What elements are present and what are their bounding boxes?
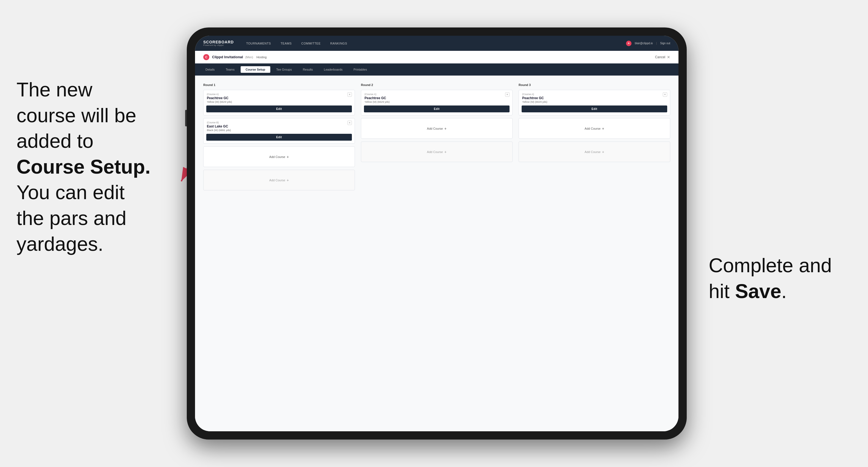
- round-3-add-course-2-text: Add Course +: [585, 150, 604, 154]
- round-2-column: Round 2 ✕ (Course A) Peachtree GC Yellow…: [361, 83, 513, 193]
- user-email: blair@clippd.io: [635, 42, 653, 45]
- round-1-course-a-header: ✕ (Course A) Peachtree GC Yellow (M) (66…: [204, 90, 354, 105]
- sign-out-link[interactable]: Sign out: [660, 42, 670, 45]
- nav-link-committee[interactable]: COMMITTEE: [301, 42, 321, 45]
- round-1-add-course[interactable]: Add Course +: [203, 147, 355, 167]
- round-1-label: Round 1: [203, 83, 355, 87]
- logo-text: SCOREBOARD: [203, 40, 234, 44]
- round-2-add-course-2-text: Add Course +: [427, 150, 446, 154]
- round-1-course-b-header: ✕ (Course B) East Lake GC Black (M) (689…: [204, 118, 354, 134]
- round-3-course-a-tag: (Course A): [522, 93, 666, 96]
- tab-bar: Details Teams Course Setup Tee Groups Re…: [195, 63, 679, 75]
- tablet-device: SCOREBOARD Powered by clippd TOURNAMENTS…: [187, 28, 687, 439]
- round-1-add-course-2-text: Add Course +: [269, 178, 289, 182]
- user-avatar: B: [626, 41, 631, 46]
- scoreboard-logo: SCOREBOARD Powered by clippd: [203, 40, 234, 46]
- round-1-add-plus: +: [286, 155, 289, 159]
- round-3-add-course-2: Add Course +: [519, 142, 670, 162]
- round-2-course-a-tag: (Course A): [365, 93, 509, 96]
- round-1-course-a-edit[interactable]: Edit: [206, 105, 352, 112]
- round-3-course-a-details: Yellow (M) (6629 yds): [522, 100, 666, 103]
- round-2-course-a-header: ✕ (Course A) Peachtree GC Yellow (M) (66…: [361, 90, 512, 105]
- round-2-course-a-edit[interactable]: Edit: [364, 105, 509, 112]
- tournament-status: Hosting: [256, 56, 267, 59]
- round-1-course-a-tag: (Course A): [207, 93, 351, 96]
- tablet-side-button: [185, 110, 187, 126]
- round-1-course-b-details: Black (M) (6891 yds): [207, 129, 351, 132]
- nav-link-teams[interactable]: TEAMS: [280, 42, 291, 45]
- round-2-add-course[interactable]: Add Course +: [361, 118, 513, 139]
- main-content: Round 1 ✕ (Course A) Peachtree GC Yellow…: [195, 75, 679, 431]
- cancel-button[interactable]: Cancel ✕: [655, 55, 670, 59]
- round-1-course-a-close[interactable]: ✕: [347, 92, 352, 97]
- round-2-course-a-card: ✕ (Course A) Peachtree GC Yellow (M) (66…: [361, 90, 513, 115]
- round-1-course-b-tag: (Course B): [207, 121, 351, 124]
- tab-leaderboards[interactable]: Leaderboards: [319, 66, 347, 73]
- left-annotation: The new course will be added to Course S…: [17, 77, 170, 257]
- round-1-course-b-name: East Lake GC: [207, 124, 351, 128]
- round-3-add-course-text: Add Course +: [585, 126, 604, 131]
- tab-results[interactable]: Results: [298, 66, 318, 73]
- nav-link-tournaments[interactable]: TOURNAMENTS: [246, 42, 271, 45]
- tournament-type: (Men): [245, 56, 253, 59]
- tablet-screen: SCOREBOARD Powered by clippd TOURNAMENTS…: [195, 36, 679, 431]
- round-3-add-course[interactable]: Add Course +: [519, 118, 670, 139]
- round-3-label: Round 3: [519, 83, 670, 87]
- round-3-course-a-name: Peachtree GC: [522, 96, 666, 100]
- round-2-label: Round 2: [361, 83, 513, 87]
- round-2-course-a-name: Peachtree GC: [365, 96, 509, 100]
- round-2-course-a-close[interactable]: ✕: [505, 92, 509, 97]
- tournament-bar: C Clippd Invitational (Men) Hosting Canc…: [195, 51, 679, 63]
- nav-link-rankings[interactable]: RANKINGS: [330, 42, 347, 45]
- round-1-add-course-2: Add Course +: [203, 170, 355, 190]
- round-1-column: Round 1 ✕ (Course A) Peachtree GC Yellow…: [203, 83, 355, 193]
- tab-teams[interactable]: Teams: [221, 66, 240, 73]
- cancel-icon: ✕: [667, 55, 670, 59]
- round-1-course-b-edit[interactable]: Edit: [206, 134, 352, 141]
- round-1-course-a-details: Yellow (M) (6629 yds): [207, 100, 351, 103]
- round-3-course-a-close[interactable]: ✕: [663, 92, 667, 97]
- round-3-course-a-card: ✕ (Course A) Peachtree GC Yellow (M) (66…: [519, 90, 670, 115]
- tab-course-setup[interactable]: Course Setup: [241, 66, 270, 73]
- round-2-add-course-text: Add Course +: [427, 126, 446, 131]
- round-1-course-a-name: Peachtree GC: [207, 96, 351, 100]
- round-1-course-b-card: ✕ (Course B) East Lake GC Black (M) (689…: [203, 118, 355, 144]
- round-3-course-a-header: ✕ (Course A) Peachtree GC Yellow (M) (66…: [519, 90, 670, 105]
- tab-printables[interactable]: Printables: [348, 66, 372, 73]
- round-1-add-course-text: Add Course +: [269, 155, 289, 159]
- right-annotation: Complete and hit Save.: [709, 253, 846, 304]
- round-1-course-b-close[interactable]: ✕: [347, 121, 352, 125]
- rounds-grid: Round 1 ✕ (Course A) Peachtree GC Yellow…: [203, 83, 670, 193]
- tab-details[interactable]: Details: [200, 66, 220, 73]
- round-1-course-a-card: ✕ (Course A) Peachtree GC Yellow (M) (66…: [203, 90, 355, 115]
- tournament-name: Clippd Invitational: [212, 55, 243, 59]
- round-2-course-a-details: Yellow (M) (6629 yds): [365, 100, 509, 103]
- nav-user: B blair@clippd.io | Sign out: [626, 41, 670, 46]
- tab-tee-groups[interactable]: Tee Groups: [271, 66, 297, 73]
- round-2-add-course-2: Add Course +: [361, 142, 513, 162]
- tournament-logo: C: [203, 54, 209, 60]
- round-3-column: Round 3 ✕ (Course A) Peachtree GC Yellow…: [519, 83, 670, 193]
- logo-subtext: Powered by clippd: [203, 44, 234, 46]
- top-navigation: SCOREBOARD Powered by clippd TOURNAMENTS…: [195, 36, 679, 51]
- round-3-course-a-edit[interactable]: Edit: [522, 105, 667, 112]
